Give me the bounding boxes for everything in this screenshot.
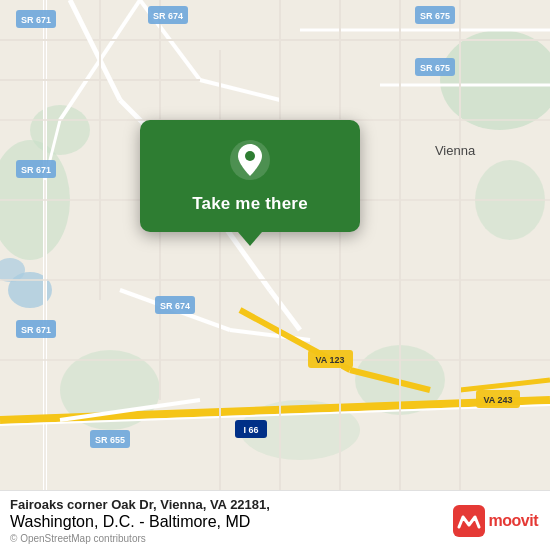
svg-text:I 66: I 66	[243, 425, 258, 435]
svg-text:SR 675: SR 675	[420, 63, 450, 73]
bottom-bar: Fairoaks corner Oak Dr, Vienna, VA 22181…	[0, 490, 550, 550]
map-svg: SR 671 SR 674 SR 675 SR 671 SR 674 SR 67…	[0, 0, 550, 490]
svg-point-70	[245, 151, 255, 161]
moovit-logo: moovit	[453, 505, 538, 537]
svg-text:SR 674: SR 674	[153, 11, 183, 21]
svg-text:SR 674: SR 674	[160, 301, 190, 311]
svg-text:VA 123: VA 123	[315, 355, 344, 365]
svg-point-3	[30, 105, 90, 155]
popup-card: Take me there	[140, 120, 360, 232]
location-pin-icon	[228, 138, 272, 182]
svg-text:VA 243: VA 243	[483, 395, 512, 405]
svg-text:SR 655: SR 655	[95, 435, 125, 445]
take-me-there-button[interactable]: Take me there	[188, 192, 312, 216]
location-name: Fairoaks corner Oak Dr, Vienna, VA 22181…	[10, 497, 270, 514]
svg-text:Vienna: Vienna	[435, 143, 476, 158]
moovit-text: moovit	[489, 512, 538, 530]
location-sub: Washington, D.C. - Baltimore, MD	[10, 513, 270, 531]
osm-credit: © OpenStreetMap contributors	[10, 533, 270, 544]
svg-text:SR 671: SR 671	[21, 165, 51, 175]
svg-text:SR 671: SR 671	[21, 325, 51, 335]
svg-text:SR 675: SR 675	[420, 11, 450, 21]
svg-rect-71	[453, 505, 485, 537]
moovit-logo-icon	[453, 505, 485, 537]
location-info: Fairoaks corner Oak Dr, Vienna, VA 22181…	[10, 497, 270, 545]
map-container: SR 671 SR 674 SR 675 SR 671 SR 674 SR 67…	[0, 0, 550, 490]
svg-text:SR 671: SR 671	[21, 15, 51, 25]
